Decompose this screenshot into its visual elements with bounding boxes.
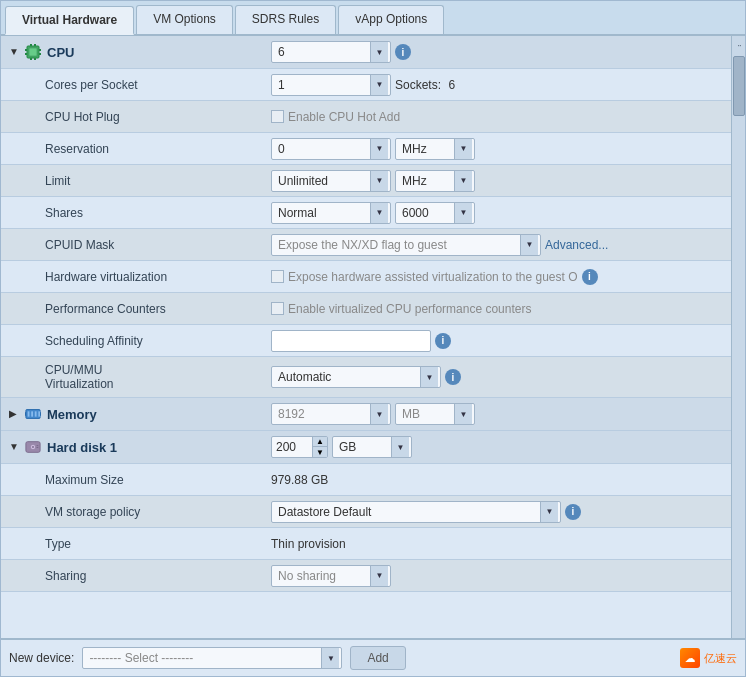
bottom-bar: New device: -------- Select -------- ▼ A… [1, 638, 745, 676]
cpuid-mask-arrow[interactable]: ▼ [520, 235, 538, 255]
harddisk-section-header[interactable]: ▼ Hard disk 1 200 [1, 431, 731, 464]
svg-rect-20 [37, 445, 39, 446]
memory-unit: MB [398, 407, 454, 421]
cpu-count-select[interactable]: 6 ▼ [271, 41, 391, 63]
sharing-row: Sharing No sharing ▼ [1, 560, 731, 592]
cores-per-socket-select[interactable]: 1 ▼ [271, 74, 391, 96]
harddisk-unit-select[interactable]: GB ▼ [332, 436, 412, 458]
cores-arrow[interactable]: ▼ [370, 75, 388, 95]
svg-rect-12 [31, 411, 33, 416]
shares-arrow[interactable]: ▼ [370, 203, 388, 223]
memory-value-select[interactable]: 8192 ▼ [271, 403, 391, 425]
perf-counters-row: Performance Counters Enable virtualized … [1, 293, 731, 325]
shares-secondary-arrow[interactable]: ▼ [454, 203, 472, 223]
limit-value: Unlimited [274, 174, 370, 188]
svg-rect-14 [38, 411, 40, 416]
advanced-link[interactable]: Advanced... [545, 238, 608, 252]
add-button[interactable]: Add [350, 646, 405, 670]
type-value: Thin provision [271, 537, 346, 551]
svg-rect-21 [37, 447, 39, 448]
svg-rect-2 [25, 49, 27, 51]
content-area: ▼ [1, 36, 745, 638]
memory-section-header[interactable]: ▶ Memory [1, 398, 731, 431]
harddisk-value-down[interactable]: ▼ [313, 447, 327, 457]
scrollbar-thumb[interactable] [733, 56, 745, 116]
cores-per-socket-label: Cores per Socket [5, 74, 267, 96]
limit-label: Limit [5, 170, 267, 192]
cpu-expand-arrow[interactable]: ▼ [9, 46, 21, 58]
new-device-arrow[interactable]: ▼ [321, 648, 339, 668]
tab-vm-options[interactable]: VM Options [136, 5, 233, 34]
cpu-count-arrow[interactable]: ▼ [370, 42, 388, 62]
limit-unit-arrow[interactable]: ▼ [454, 171, 472, 191]
reservation-unit-arrow[interactable]: ▼ [454, 139, 472, 159]
tab-virtual-hardware[interactable]: Virtual Hardware [5, 6, 134, 35]
memory-unit-select[interactable]: MB ▼ [395, 403, 475, 425]
sharing-label: Sharing [5, 565, 267, 587]
reservation-arrow[interactable]: ▼ [370, 139, 388, 159]
svg-rect-8 [30, 58, 32, 60]
shares-secondary-select[interactable]: 6000 ▼ [395, 202, 475, 224]
cpu-mmu-value: Automatic [274, 370, 420, 384]
vm-storage-policy-select[interactable]: Datastore Default ▼ [271, 501, 561, 523]
cpu-hot-plug-checkbox[interactable] [271, 110, 284, 123]
cpuid-mask-row: CPUID Mask Expose the NX/XD flag to gues… [1, 229, 731, 261]
cpuid-mask-select[interactable]: Expose the NX/XD flag to guest ▼ [271, 234, 541, 256]
cpu-icon [25, 44, 41, 60]
hw-virt-row: Hardware virtualization Expose hardware … [1, 261, 731, 293]
perf-counters-checkbox[interactable] [271, 302, 284, 315]
cpu-info-icon[interactable]: i [395, 44, 411, 60]
scheduling-affinity-row: Scheduling Affinity i [1, 325, 731, 357]
cpu-label: CPU [47, 45, 74, 60]
memory-expand-arrow[interactable]: ▶ [9, 408, 21, 420]
hw-virt-info-icon[interactable]: i [582, 269, 598, 285]
scrollbar-track[interactable]: ·· [731, 36, 745, 638]
svg-rect-1 [29, 48, 37, 56]
sharing-arrow[interactable]: ▼ [370, 566, 388, 586]
scheduling-info-icon[interactable]: i [435, 333, 451, 349]
tab-vapp-options[interactable]: vApp Options [338, 5, 444, 34]
sharing-select[interactable]: No sharing ▼ [271, 565, 391, 587]
sharing-value: No sharing [274, 569, 370, 583]
cpu-mmu-select[interactable]: Automatic ▼ [271, 366, 441, 388]
scrollbar-resize-handle[interactable]: ·· [732, 40, 745, 51]
new-device-select[interactable]: -------- Select -------- ▼ [82, 647, 342, 669]
vm-storage-policy-label: VM storage policy [5, 501, 267, 523]
reservation-select[interactable]: 0 ▼ [271, 138, 391, 160]
harddisk-unit: GB [335, 440, 391, 454]
svg-point-19 [32, 446, 34, 448]
tab-sdrs-rules[interactable]: SDRS Rules [235, 5, 336, 34]
hw-virt-checkbox-control: Expose hardware assisted virtualization … [271, 270, 578, 284]
brand-icon: ☁ [680, 648, 700, 668]
vm-storage-policy-value: Datastore Default [274, 505, 540, 519]
cpu-mmu-info-icon[interactable]: i [445, 369, 461, 385]
harddisk-expand-arrow[interactable]: ▼ [9, 441, 21, 453]
vm-storage-policy-arrow[interactable]: ▼ [540, 502, 558, 522]
harddisk-unit-arrow[interactable]: ▼ [391, 437, 409, 457]
scroll-content[interactable]: ▼ [1, 36, 731, 638]
limit-arrow[interactable]: ▼ [370, 171, 388, 191]
memory-value-arrow[interactable]: ▼ [370, 404, 388, 424]
brand-name: 亿速云 [704, 651, 737, 666]
scheduling-affinity-input[interactable] [271, 330, 431, 352]
memory-label: Memory [47, 407, 97, 422]
vm-storage-policy-row: VM storage policy Datastore Default ▼ i [1, 496, 731, 528]
max-size-label: Maximum Size [5, 469, 267, 491]
reservation-value: 0 [274, 142, 370, 156]
max-size-value: 979.88 GB [271, 473, 328, 487]
reservation-unit-select[interactable]: MHz ▼ [395, 138, 475, 160]
memory-icon [25, 406, 41, 422]
limit-row: Limit Unlimited ▼ MHz ▼ [1, 165, 731, 197]
vm-storage-policy-info-icon[interactable]: i [565, 504, 581, 520]
shares-select[interactable]: Normal ▼ [271, 202, 391, 224]
limit-select[interactable]: Unlimited ▼ [271, 170, 391, 192]
cpu-hot-plug-row: CPU Hot Plug Enable CPU Hot Add [1, 101, 731, 133]
cpu-mmu-arrow[interactable]: ▼ [420, 367, 438, 387]
cpu-section-header[interactable]: ▼ [1, 36, 731, 69]
cpuid-mask-placeholder: Expose the NX/XD flag to guest [274, 238, 520, 252]
memory-unit-arrow[interactable]: ▼ [454, 404, 472, 424]
harddisk-value-up[interactable]: ▲ [313, 437, 327, 447]
limit-unit-select[interactable]: MHz ▼ [395, 170, 475, 192]
shares-row: Shares Normal ▼ 6000 ▼ [1, 197, 731, 229]
hw-virt-checkbox[interactable] [271, 270, 284, 283]
